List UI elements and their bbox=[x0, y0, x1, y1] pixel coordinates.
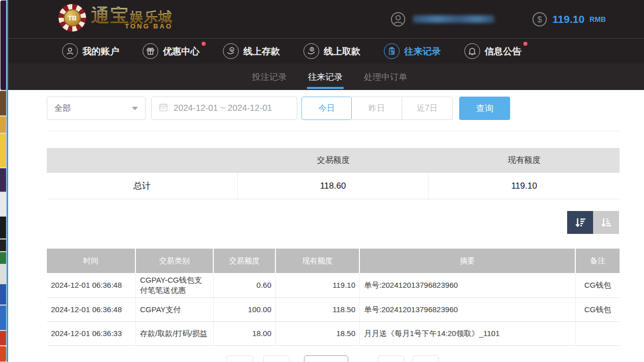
nav-item-my-account[interactable]: 我的账户 bbox=[62, 43, 119, 59]
summary-trade-total: 118.60 bbox=[238, 173, 429, 199]
summary-total-row: 总计 118.60 119.10 bbox=[47, 173, 620, 199]
pagination-last-button[interactable] bbox=[412, 355, 439, 362]
dollar-coin-icon: $ bbox=[532, 12, 547, 27]
records-table: 时间 交易类别 交易额度 现有额度 摘要 备注 2024-12-01 06:36… bbox=[47, 249, 620, 346]
query-button[interactable]: 查询 bbox=[459, 97, 510, 120]
cell-note: CG钱包 bbox=[576, 298, 620, 321]
chevron-down-icon bbox=[132, 107, 138, 110]
balance-group[interactable]: $ 119.10 RMB bbox=[532, 12, 606, 27]
sort-buttons bbox=[567, 211, 619, 234]
withdraw-hand-coin-icon bbox=[303, 43, 319, 59]
deposit-hand-coin-icon: $ bbox=[223, 43, 239, 59]
summary-header-empty bbox=[47, 148, 238, 173]
summary-header-trade: 交易额度 bbox=[238, 148, 429, 173]
cell-summary: 月月送《每月1号下午14:20领取》_1101 bbox=[360, 322, 576, 345]
calendar-icon bbox=[158, 102, 169, 115]
svg-text:$: $ bbox=[538, 15, 542, 24]
notification-dot bbox=[523, 42, 527, 46]
logo-text: 通宝娱乐城 TONG BAO bbox=[91, 7, 173, 29]
notification-dot bbox=[202, 42, 206, 46]
cell-time: 2024-12-01 06:36:48 bbox=[47, 273, 136, 297]
nav-item-promotions[interactable]: 优惠中心 bbox=[143, 43, 200, 59]
tab-processing-orders[interactable]: 处理中订单 bbox=[363, 64, 408, 90]
page: TB 通宝娱乐城 TONG BAO bbox=[0, 0, 644, 362]
type-select[interactable]: 全部 bbox=[47, 97, 146, 120]
pagination-bar bbox=[8, 355, 644, 362]
cell-type: CGPAY支付 bbox=[136, 298, 214, 321]
date-range-input[interactable]: 2024-12-01 ~ 2024-12-01 bbox=[151, 97, 297, 120]
pagination-prev-button[interactable] bbox=[263, 355, 290, 362]
cell-trade-amount: 18.00 bbox=[214, 322, 276, 345]
site-logo[interactable]: TB 通宝娱乐城 TONG BAO bbox=[59, 4, 173, 32]
svg-text:$: $ bbox=[231, 48, 233, 51]
cell-time: 2024-12-01 06:36:33 bbox=[47, 322, 136, 345]
bell-icon bbox=[464, 43, 480, 59]
section-divider bbox=[47, 131, 620, 131]
cell-trade-amount: 100.00 bbox=[214, 298, 276, 321]
user-avatar-icon bbox=[390, 12, 406, 27]
summary-header-row: 交易额度 现有额度 bbox=[47, 148, 620, 173]
cell-summary: 单号:202412013796823960 bbox=[360, 298, 576, 321]
col-header-type: 交易类别 bbox=[136, 249, 214, 273]
records-header-row: 时间 交易类别 交易额度 现有额度 摘要 备注 bbox=[47, 249, 620, 273]
col-header-note: 备注 bbox=[576, 249, 620, 273]
summary-total-label: 总计 bbox=[47, 173, 238, 199]
nav-item-online-withdraw[interactable]: 线上取款 bbox=[303, 43, 360, 59]
user-circle-icon bbox=[62, 43, 78, 59]
top-header-bar: TB 通宝娱乐城 TONG BAO bbox=[8, 0, 644, 38]
date-range-value: 2024-12-01 ~ 2024-12-01 bbox=[174, 103, 272, 113]
main-navigation: 我的账户 优惠中心 $ bbox=[8, 38, 644, 64]
cell-note bbox=[576, 322, 620, 345]
type-select-value: 全部 bbox=[54, 103, 71, 114]
balance-currency: RMB bbox=[590, 15, 606, 23]
masked-username[interactable] bbox=[413, 15, 494, 23]
tab-transaction-records[interactable]: 往来记录 bbox=[307, 64, 344, 90]
content-area: 全部 2024-12-01 ~ 2024-12-01 bbox=[8, 90, 644, 362]
sort-ascending-button[interactable] bbox=[593, 211, 619, 234]
quick-range-yesterday-button[interactable]: 昨日 bbox=[352, 97, 402, 120]
summary-balance-total: 119.10 bbox=[429, 173, 620, 199]
sort-descending-button[interactable] bbox=[567, 211, 593, 234]
quick-range-today-button[interactable]: 今日 bbox=[301, 97, 352, 120]
nav-item-online-deposit[interactable]: $ 线上存款 bbox=[223, 43, 280, 59]
banner-border-line bbox=[7, 0, 8, 362]
table-row: 2024-12-01 06:36:48 CGPAY支付 100.00 118.5… bbox=[47, 298, 620, 322]
filter-bar: 全部 2024-12-01 ~ 2024-12-01 bbox=[8, 97, 644, 120]
clipboard-clock-icon bbox=[384, 43, 400, 59]
summary-table: 交易额度 现有额度 总计 118.60 119.10 bbox=[47, 148, 620, 199]
summary-header-balance: 现有额度 bbox=[429, 148, 620, 173]
record-tabs-bar: 投注记录 往来记录 处理中订单 bbox=[8, 64, 644, 90]
table-row: 2024-12-01 06:36:48 CGPAY-CG钱包支付笔笔送优惠 0.… bbox=[47, 273, 620, 298]
col-header-trade-amount: 交易额度 bbox=[214, 249, 276, 273]
cell-balance: 18.50 bbox=[276, 322, 360, 345]
tab-betting-records[interactable]: 投注记录 bbox=[251, 64, 288, 90]
pagination-page-select[interactable] bbox=[304, 355, 348, 362]
gift-icon bbox=[143, 43, 158, 59]
cell-type: CGPAY-CG钱包支付笔笔送优惠 bbox=[136, 273, 214, 297]
table-row: 2024-12-01 06:36:33 存款/取款/打码/损益 18.00 18… bbox=[47, 322, 620, 346]
cell-trade-amount: 0.60 bbox=[214, 273, 276, 297]
nav-item-transaction-records[interactable]: 往来记录 bbox=[384, 43, 441, 59]
col-header-summary: 摘要 bbox=[360, 249, 576, 273]
cell-balance: 118.50 bbox=[276, 298, 360, 321]
background-banner-strip bbox=[0, 0, 7, 362]
col-header-balance: 现有额度 bbox=[276, 249, 360, 273]
balance-amount: 119.10 bbox=[552, 13, 584, 25]
pagination-next-button[interactable] bbox=[378, 355, 404, 362]
cell-balance: 119.10 bbox=[276, 273, 360, 297]
poker-chip-icon: TB bbox=[59, 4, 86, 32]
quick-range-group: 今日 昨日 近7日 bbox=[301, 97, 453, 120]
cell-type: 存款/取款/打码/损益 bbox=[136, 322, 214, 345]
cell-time: 2024-12-01 06:36:48 bbox=[47, 298, 136, 321]
quick-range-7days-button[interactable]: 近7日 bbox=[402, 97, 453, 120]
user-info-area: $ 119.10 RMB bbox=[390, 0, 606, 38]
col-header-time: 时间 bbox=[47, 249, 136, 273]
cell-summary: 单号:202412013796823960 bbox=[360, 273, 576, 297]
pagination-first-button[interactable] bbox=[227, 355, 253, 362]
cell-note: CG钱包 bbox=[576, 273, 620, 297]
app-window: TB 通宝娱乐城 TONG BAO bbox=[8, 0, 644, 362]
nav-item-announcements[interactable]: 信息公告 bbox=[464, 43, 521, 59]
